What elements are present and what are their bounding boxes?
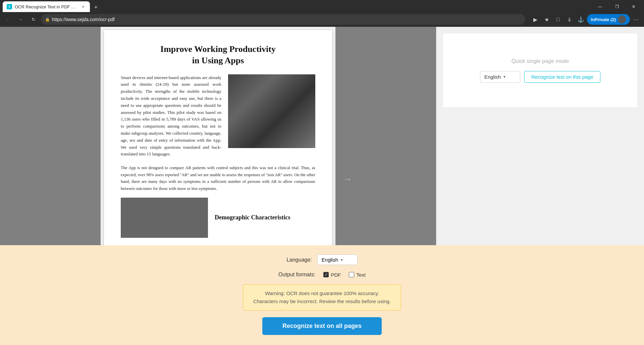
tab-close-button[interactable]: × (80, 4, 86, 9)
warning-line2: Characters may be incorrect. Review the … (253, 297, 391, 305)
checkmark-icon: ✓ (325, 273, 328, 277)
pdf-section-image (121, 198, 208, 238)
text-label: Text (356, 272, 366, 278)
pdf-label: PDF (331, 272, 341, 278)
pdf-section-row: Demographic Characteristics (121, 198, 315, 238)
language-label: Language: (286, 257, 312, 263)
minimize-button[interactable]: — (592, 1, 608, 12)
pdf-format-option[interactable]: ✓ PDF (323, 272, 341, 278)
text-format-option[interactable]: Text (349, 272, 366, 278)
tab-favicon: S (7, 4, 12, 9)
back-button[interactable]: ← (3, 14, 13, 25)
maximize-button[interactable]: ❐ (609, 1, 625, 12)
extensions-button[interactable]: ⚓ (576, 14, 586, 25)
forward-button[interactable]: → (15, 14, 26, 25)
language-row: Language: English ▾ (286, 255, 358, 265)
more-options-button[interactable]: ⋯ (631, 14, 641, 25)
quick-single-title: Quick single page mode (512, 58, 569, 64)
pdf-image (228, 74, 315, 148)
quick-language-dropdown[interactable]: English ▾ (480, 71, 520, 83)
text-checkbox[interactable] (349, 272, 354, 277)
lock-icon: 🔒 (45, 17, 50, 22)
tab-title: OCR Recognize Text in PDF Onli... (15, 4, 78, 9)
warning-line1: Warning: OCR does not guarantee 100% acc… (253, 289, 391, 297)
recognize-all-button[interactable]: Recognize text on all pages (262, 317, 382, 335)
pdf-paragraph2: The App is not designed to compare AR pa… (121, 164, 315, 192)
quick-single-controls: English ▾ Recognize text on this page (480, 71, 600, 83)
split-screen-button[interactable]: □ (553, 14, 564, 25)
address-bar[interactable]: 🔒 https://www.sejda.com/ocr-pdf (41, 14, 525, 25)
inprivate-badge[interactable]: InPrivate (2) (587, 14, 630, 25)
next-page-button[interactable]: → (343, 174, 352, 185)
language-dropdown-arrow-icon: ▾ (341, 258, 343, 262)
active-tab[interactable]: S OCR Recognize Text in PDF Onli... × (3, 1, 90, 12)
profile-avatar (618, 15, 626, 23)
pdf-title: Improve Working Productivity in Using Ap… (121, 44, 315, 66)
warning-box: Warning: OCR does not guarantee 100% acc… (243, 284, 401, 310)
bottom-overlay: Language: English ▾ Output formats: ✓ PD… (0, 245, 644, 345)
pdf-text-column: Smart devices and internet-based applica… (121, 74, 221, 158)
read-aloud-button[interactable]: ▶ (530, 14, 541, 25)
language-select-dropdown[interactable]: English ▾ (317, 255, 358, 265)
output-formats-label: Output formats: (278, 272, 315, 278)
url-text: https://www.sejda.com/ocr-pdf (52, 17, 115, 22)
output-formats-row: Output formats: ✓ PDF Text (278, 272, 366, 278)
pdf-checkbox[interactable]: ✓ (323, 272, 329, 277)
window-controls: — ❐ ✕ (592, 1, 641, 12)
toolbar-icons: ▶ ★ □ ⇓ ⚓ InPrivate (2) ⋯ (530, 14, 641, 25)
refresh-button[interactable]: ↻ (28, 14, 39, 25)
favorites-button[interactable]: ★ (541, 14, 552, 25)
downloads-button[interactable]: ⇓ (564, 14, 575, 25)
new-tab-button[interactable]: + (91, 3, 101, 12)
address-bar-row: ← → ↻ 🔒 https://www.sejda.com/ocr-pdf ▶ … (0, 12, 644, 27)
tab-bar: S OCR Recognize Text in PDF Onli... × + … (0, 0, 644, 12)
pdf-content-row: Smart devices and internet-based applica… (121, 74, 315, 158)
dropdown-arrow-icon: ▾ (503, 74, 505, 79)
quick-single-page-panel: Quick single page mode English ▾ Recogni… (443, 33, 637, 107)
close-window-button[interactable]: ✕ (626, 1, 641, 12)
pdf-page: Improve Working Productivity in Using Ap… (104, 30, 332, 265)
pdf-section-title: Demographic Characteristics (215, 214, 290, 221)
recognize-page-button[interactable]: Recognize text on this page (524, 71, 600, 83)
